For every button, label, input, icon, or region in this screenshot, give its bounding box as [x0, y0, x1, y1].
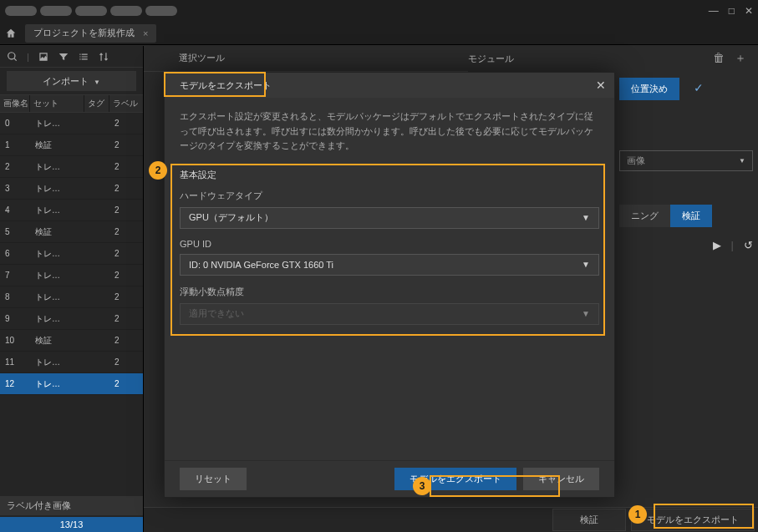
row-set: トレ…	[30, 378, 84, 390]
table-row[interactable]: 6トレ…2	[0, 243, 143, 265]
left-panel-header: 画像名 セット タグ ラベル	[0, 94, 143, 113]
table-row[interactable]: 4トレ…2	[0, 200, 143, 221]
gpu-id-value: ID: 0 NVIDIA GeForce GTX 1660 Ti	[189, 260, 333, 270]
row-label: 2	[109, 162, 140, 171]
chevron-down-icon: ▼	[582, 260, 590, 269]
row-index: 5	[0, 227, 30, 236]
basic-settings-section: 基本設定 ハードウェアタイプ GPU（デフォルト） ▼ GPU ID ID: 0…	[180, 165, 599, 343]
search-icon[interactable]	[7, 51, 18, 63]
chevron-down-icon	[739, 155, 745, 167]
table-row[interactable]: 7トレ…2	[0, 265, 143, 286]
gpu-id-label: GPU ID	[180, 239, 599, 249]
left-panel: | インポート 画像名 セット タグ ラベル 0トレ…21検証22トレ…23トレ…	[0, 46, 144, 532]
tab-close-icon[interactable]: ×	[143, 28, 148, 38]
row-index: 7	[0, 271, 30, 280]
table-row[interactable]: 11トレ…2	[0, 352, 143, 373]
table-row[interactable]: 12トレ…2	[0, 373, 143, 395]
modal-titlebar: モデルをエクスポート ✕	[165, 73, 614, 98]
row-index: 4	[0, 205, 30, 215]
row-label: 2	[109, 119, 140, 128]
import-label: インポート	[43, 75, 89, 88]
row-index: 6	[0, 249, 30, 258]
row-label: 2	[109, 271, 140, 280]
table-row[interactable]: 0トレ…2	[0, 113, 143, 134]
modal-title: モデルをエクスポート	[173, 76, 278, 95]
row-index: 3	[0, 184, 30, 193]
row-set: トレ…	[30, 313, 84, 325]
maximize-button[interactable]: □	[729, 5, 735, 17]
table-row[interactable]: 3トレ…2	[0, 178, 143, 200]
hardware-type-label: ハードウェアタイプ	[180, 190, 599, 202]
cancel-button[interactable]: キャンセル	[523, 468, 599, 490]
image-select[interactable]: 画像	[619, 150, 753, 171]
table-row[interactable]: 8トレ…2	[0, 286, 143, 308]
row-set: トレ…	[30, 205, 84, 216]
row-label: 2	[109, 292, 140, 301]
row-label: 2	[109, 314, 140, 323]
table-row[interactable]: 9トレ…2	[0, 308, 143, 330]
col-name: 画像名	[0, 95, 30, 112]
home-icon[interactable]	[5, 28, 17, 39]
row-set: トレ…	[30, 291, 84, 303]
tab-training[interactable]: ニング	[619, 205, 670, 227]
tab-verify[interactable]: 検証	[670, 205, 712, 227]
chevron-down-icon: ▼	[582, 213, 590, 222]
add-icon[interactable]: ＋	[735, 51, 746, 66]
float-precision-value: 適用できない	[189, 307, 244, 320]
verify-button[interactable]: 検証	[552, 509, 626, 531]
export-model-button[interactable]: モデルをエクスポート	[631, 509, 755, 531]
row-set: 検証	[30, 139, 84, 151]
position-badge[interactable]: 位置決め	[619, 78, 679, 100]
row-index: 10	[0, 336, 30, 345]
col-set: セット	[30, 95, 84, 112]
play-icon[interactable]: ▶	[713, 239, 721, 251]
row-set: トレ…	[30, 161, 84, 173]
list-icon[interactable]	[78, 51, 89, 63]
float-precision-select: 適用できない ▼	[180, 303, 599, 325]
close-icon[interactable]: ✕	[596, 79, 606, 92]
labeled-images-count: 13/13	[0, 517, 143, 532]
chevron-down-icon: ▼	[582, 309, 590, 318]
gpu-id-select[interactable]: ID: 0 NVIDIA GeForce GTX 1660 Ti ▼	[180, 254, 599, 276]
float-precision-label: 浮動小数点精度	[180, 286, 599, 298]
table-row[interactable]: 10検証2	[0, 330, 143, 352]
hardware-type-select[interactable]: GPU（デフォルト） ▼	[180, 207, 599, 229]
window-close-button[interactable]: ✕	[745, 5, 753, 17]
badge-3: 3	[413, 477, 431, 495]
delete-icon[interactable]: 🗑	[713, 51, 725, 66]
row-index: 12	[0, 379, 30, 388]
modal-description: エクスポート設定が変更されると、モデルパッケージはデフォルトでエクスポートされた…	[180, 109, 599, 154]
hardware-type-value: GPU（デフォルト）	[189, 211, 273, 224]
check-icon: ✓	[694, 81, 704, 94]
image-icon[interactable]	[38, 51, 49, 63]
row-label: 2	[109, 379, 140, 388]
row-label: 2	[109, 140, 140, 149]
select-tool-label: 選択ツール	[167, 52, 237, 64]
tab-label: プロジェクトを新規作成	[33, 27, 135, 39]
col-tag: タグ	[84, 95, 109, 112]
row-set: トレ…	[30, 357, 84, 368]
modal-footer: リセット モデルをエクスポート キャンセル	[165, 460, 614, 497]
minimize-button[interactable]: —	[709, 5, 719, 17]
sort-icon[interactable]	[98, 51, 109, 63]
row-label: 2	[109, 357, 140, 367]
section-title-basic: 基本設定	[180, 169, 599, 181]
table-row[interactable]: 2トレ…2	[0, 156, 143, 178]
row-set: 検証	[30, 335, 84, 347]
reset-button[interactable]: リセット	[180, 468, 247, 490]
row-index: 2	[0, 162, 30, 171]
project-tab[interactable]: プロジェクトを新規作成 ×	[25, 24, 156, 43]
table-row[interactable]: 1検証2	[0, 134, 143, 156]
left-panel-rows: 0トレ…21検証22トレ…23トレ…24トレ…25検証26トレ…27トレ…28ト…	[0, 113, 143, 493]
history-icon[interactable]: ↺	[744, 239, 753, 251]
row-index: 9	[0, 314, 30, 323]
row-set: トレ…	[30, 248, 84, 260]
import-button[interactable]: インポート	[7, 71, 136, 91]
left-panel-tools: |	[0, 46, 143, 68]
row-label: 2	[109, 336, 140, 345]
row-set: トレ…	[30, 183, 84, 195]
row-set: トレ…	[30, 118, 84, 129]
table-row[interactable]: 5検証2	[0, 221, 143, 243]
row-index: 8	[0, 292, 30, 301]
filter-icon[interactable]	[58, 51, 69, 63]
